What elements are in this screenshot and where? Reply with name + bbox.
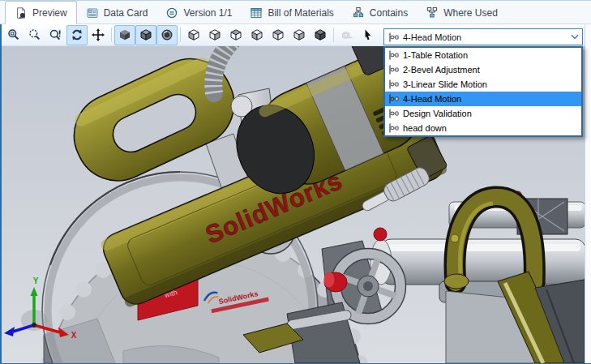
configuration-combo-value: 4-Head Motion [403, 32, 567, 42]
config-option-1[interactable]: 2-Bevel Adjustment [385, 62, 581, 77]
tab-bom[interactable]: Bill of Materials [241, 2, 342, 24]
zoom-scale-icon [49, 28, 62, 41]
rotate-icon [71, 28, 84, 41]
configuration-icon [388, 64, 399, 75]
tab-label: Data Card [104, 7, 148, 19]
preview-page-icon [15, 6, 28, 19]
tab-label: Where Used [443, 7, 498, 19]
config-option-label: 4-Head Motion [403, 94, 461, 104]
toolbar-button-view-left[interactable] [225, 25, 246, 45]
zoom-area-icon [28, 28, 41, 41]
cube-left-icon [229, 28, 242, 41]
toolbar-separator [333, 28, 334, 42]
shaded-edges-cube-icon [139, 28, 152, 41]
chevron-down-icon [571, 34, 579, 40]
toolbar-button-view-bottom[interactable] [289, 25, 310, 45]
triad-x-label: X [71, 331, 77, 340]
toolbar-button-measure[interactable] [336, 25, 358, 45]
config-option-label: 1-Table Rotation [403, 50, 468, 60]
config-option-label: 2-Bevel Adjustment [403, 65, 480, 75]
pan-icon [92, 28, 105, 41]
cube-isometric-icon [314, 28, 327, 41]
shaded-cube-icon [118, 28, 131, 41]
tab-label: Bill of Materials [268, 7, 333, 19]
toolbar-button-shaded[interactable] [114, 25, 135, 45]
bom-table-icon [250, 6, 263, 19]
toolbar-button-zoom-to-fit[interactable] [3, 25, 24, 45]
where-used-tree-icon [426, 6, 439, 19]
tab-version[interactable]: Version 1/1 [156, 2, 241, 24]
config-option-label: 3-Linear Slide Motion [403, 79, 487, 89]
toolbar-button-view-right[interactable] [246, 25, 268, 45]
perspective-icon [161, 28, 173, 41]
cube-right-icon [251, 28, 263, 41]
cube-top-icon [272, 28, 285, 41]
cube-back-icon [208, 28, 221, 41]
configuration-icon [388, 108, 399, 119]
config-option-0[interactable]: 1-Table Rotation [385, 48, 581, 62]
config-option-label: Design Validation [403, 109, 472, 118]
toolbar-button-perspective[interactable] [156, 25, 178, 45]
version-icon [165, 6, 178, 19]
tab-label: Contains [370, 7, 408, 19]
toolbar-button-rotate-view[interactable] [66, 25, 88, 45]
select-arrow-icon [362, 28, 375, 41]
triad-y-label: Y [33, 276, 39, 285]
tab-data-card[interactable]: Data Card [77, 2, 157, 24]
toolbar-button-select[interactable] [358, 25, 379, 45]
tab-label: Preview [32, 7, 67, 19]
configuration-icon [388, 49, 399, 61]
cube-front-icon [187, 28, 200, 41]
configuration-combo[interactable]: 4-Head Motion [383, 28, 583, 45]
toolbar-button-view-top[interactable] [268, 25, 289, 45]
toolbar-separator [111, 28, 112, 42]
toolbar-button-pan-view[interactable] [88, 25, 109, 45]
configuration-icon [388, 32, 399, 43]
config-option-label: head down [403, 123, 447, 133]
toolbar-button-view-isometric[interactable] [310, 25, 331, 45]
config-option-3[interactable]: 4-Head Motion [385, 92, 581, 106]
toolbar-button-zoom-in-out[interactable] [45, 25, 66, 45]
toolbar-button-view-back[interactable] [204, 25, 225, 45]
configuration-icon [388, 79, 399, 90]
window-left-border [0, 24, 2, 364]
right-gutter [585, 24, 591, 363]
zoom-fit-icon [7, 28, 20, 41]
tab-label: Version 1/1 [183, 7, 232, 19]
toolbar-button-zoom-to-area[interactable] [24, 25, 45, 45]
data-card-icon [86, 6, 99, 19]
configuration-icon [388, 93, 399, 105]
config-option-4[interactable]: Design Validation [385, 106, 581, 121]
tab-bar: Preview Data Card Version 1/1 [0, 1, 591, 24]
toolbar-button-shaded-with-edges[interactable] [135, 25, 156, 45]
tab-contains[interactable]: Contains [343, 2, 417, 24]
config-option-5[interactable]: head down [385, 121, 581, 135]
configuration-icon [388, 122, 399, 134]
config-option-2[interactable]: 3-Linear Slide Motion [385, 77, 581, 92]
contains-tree-icon [352, 6, 365, 19]
tab-where-used[interactable]: Where Used [417, 2, 507, 24]
toolbar-button-view-front[interactable] [183, 25, 204, 45]
measure-icon [340, 28, 353, 41]
tab-preview[interactable]: Preview [5, 1, 77, 24]
preview-window: Preview Data Card Version 1/1 [0, 0, 591, 364]
configuration-dropdown-list: 1-Table Rotation 2-Bevel Adjustment 3-Li… [383, 46, 583, 137]
cube-bottom-icon [293, 28, 306, 41]
toolbar-separator [180, 28, 181, 42]
